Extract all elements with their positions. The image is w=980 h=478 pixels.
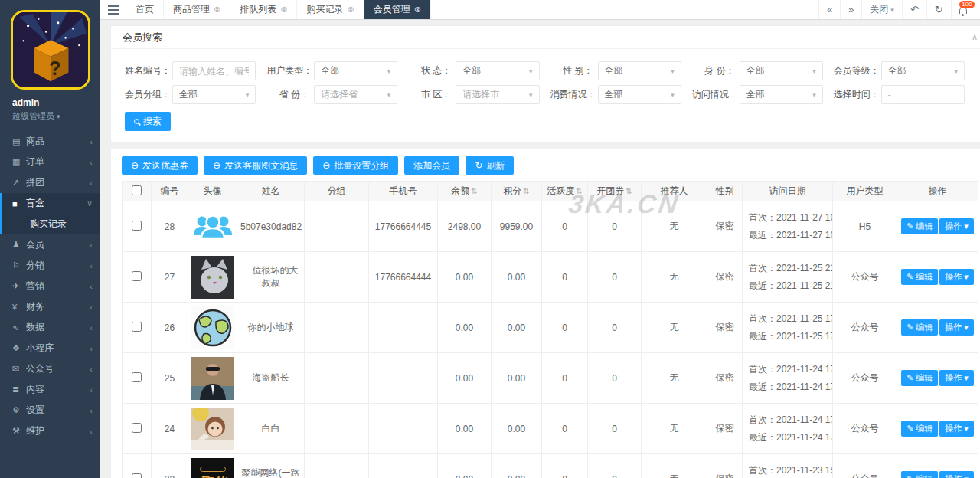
close-tabs-button[interactable]: 关闭▾ <box>861 0 902 19</box>
user-role-dropdown[interactable]: 超级管理员 ▾ <box>12 110 100 122</box>
edit-button[interactable]: ✎编辑 <box>901 319 938 336</box>
scroll-tabs-left-icon[interactable]: « <box>818 0 840 19</box>
sidebar-item-订单[interactable]: ▦订单‹ <box>0 152 100 172</box>
column-header-balance[interactable]: 余额⇅ <box>438 182 492 201</box>
row-checkbox[interactable] <box>132 221 142 231</box>
sidebar-group-营销: ✈营销‹ <box>0 276 100 296</box>
scroll-tabs-right-icon[interactable]: » <box>840 0 861 19</box>
phone-cell <box>369 454 438 478</box>
row-checkbox[interactable] <box>132 473 142 478</box>
coupon-cell: 0 <box>588 454 642 478</box>
tab-排队列表[interactable]: 排队列表⊗ <box>230 0 297 19</box>
select-dropdown[interactable]: 全部▾ <box>456 61 539 80</box>
sidebar-item-内容[interactable]: ≣内容‹ <box>0 379 100 400</box>
add-member-button[interactable]: 添加会员 <box>404 156 459 175</box>
more-actions-button[interactable]: 操作 ▾ <box>939 218 974 234</box>
tab-close-icon[interactable]: ⊗ <box>414 5 421 15</box>
tab-购买记录[interactable]: 购买记录⊗ <box>297 0 364 19</box>
sidebar-item-设置[interactable]: ⚙设置‹ <box>0 400 100 421</box>
chevron-down-icon: ▾ <box>964 474 969 478</box>
coupon-cell: 0 <box>588 201 642 252</box>
batch-set-group-button[interactable]: ⊖批量设置分组 <box>313 156 398 175</box>
hamburger-menu-icon[interactable] <box>100 0 126 19</box>
select-dropdown[interactable]: 全部▾ <box>881 61 965 80</box>
text-input[interactable] <box>888 90 958 100</box>
gender-cell: 保密 <box>707 353 743 404</box>
sidebar-subitem-购买记录[interactable]: 购买记录 <box>2 214 100 234</box>
tab-首页[interactable]: 首页 <box>126 0 164 19</box>
send-coupon-button[interactable]: ⊖发送优惠券 <box>122 156 198 175</box>
sidebar-item-盲盒[interactable]: ■盲盒∨ <box>2 193 100 214</box>
group-cell <box>305 252 369 303</box>
group-cell <box>305 353 369 404</box>
user_type-cell: H5 <box>833 201 897 252</box>
sidebar-item-维护[interactable]: ⚒维护‹ <box>0 421 100 441</box>
sidebar-item-财务[interactable]: ¥财务‹ <box>0 296 100 317</box>
edit-button[interactable]: ✎编辑 <box>901 471 938 478</box>
tab-close-icon[interactable]: ⊗ <box>347 5 354 15</box>
search-button[interactable]: 搜索 <box>125 112 171 131</box>
sidebar-item-营销[interactable]: ✈营销‹ <box>0 276 100 296</box>
sidebar-item-商品[interactable]: ▤商品‹ <box>0 131 100 152</box>
select-all-checkbox[interactable] <box>132 185 142 195</box>
edit-button[interactable]: ✎编辑 <box>901 218 938 234</box>
text-input[interactable] <box>179 66 249 77</box>
sidebar-item-拼团[interactable]: ↗拼团‹ <box>0 172 100 193</box>
row-checkbox[interactable] <box>132 271 142 281</box>
tab-会员管理[interactable]: 会员管理⊗ <box>364 0 431 19</box>
sidebar-group-订单: ▦订单‹ <box>0 152 100 172</box>
select-dropdown[interactable]: 全部▾ <box>740 61 823 80</box>
refresh-page-icon[interactable]: ↻ <box>926 0 951 19</box>
sort-icon[interactable]: ⇅ <box>576 187 582 195</box>
sort-icon[interactable]: ⇅ <box>523 187 529 195</box>
select-all-header[interactable] <box>122 182 152 201</box>
collapse-card-icon[interactable]: ∧ <box>972 32 978 42</box>
select-dropdown[interactable]: 全部▾ <box>598 61 681 80</box>
edit-button[interactable]: ✎编辑 <box>901 370 938 386</box>
message-panel-icon[interactable]: ▤ <box>975 0 980 19</box>
chevron-down-icon: ▾ <box>964 424 969 434</box>
sidebar-group-商品: ▤商品‹ <box>0 131 100 152</box>
row-checkbox[interactable] <box>132 372 142 382</box>
tab-close-icon[interactable]: ⊗ <box>280 5 287 15</box>
sidebar-item-小程序[interactable]: ❖小程序‹ <box>0 338 100 358</box>
sort-icon[interactable]: ⇅ <box>471 187 477 195</box>
chevron-left-icon: ‹ <box>90 261 93 270</box>
tab-close-icon[interactable]: ⊗ <box>214 5 220 15</box>
select-dropdown[interactable]: 全部▾ <box>314 61 397 80</box>
sidebar-item-分销[interactable]: ⚐分销‹ <box>0 255 100 276</box>
column-header-coupon[interactable]: 开团券⇅ <box>588 182 642 201</box>
edit-button[interactable]: ✎编辑 <box>901 269 938 285</box>
select-dropdown[interactable]: 全部▾ <box>598 85 681 104</box>
select-dropdown[interactable]: 请选择市▾ <box>456 85 539 104</box>
sidebar-item-数据[interactable]: ∿数据‹ <box>0 317 100 338</box>
select-dropdown[interactable]: 请选择省▾ <box>314 85 397 104</box>
more-actions-button[interactable]: 操作 ▾ <box>939 269 974 285</box>
more-actions-button[interactable]: 操作 ▾ <box>939 471 974 478</box>
edit-button[interactable]: ✎编辑 <box>901 421 938 437</box>
notifications-icon[interactable]: 100 <box>951 0 975 19</box>
sort-icon[interactable]: ⇅ <box>626 187 632 195</box>
refresh-icon: ↻ <box>475 160 482 171</box>
sidebar-group-设置: ⚙设置‹ <box>0 400 100 421</box>
gender-cell: 保密 <box>707 454 743 478</box>
row-checkbox[interactable] <box>132 423 142 433</box>
sidebar-user-block: admin 超级管理员 ▾ <box>0 90 100 122</box>
row-checkbox[interactable] <box>132 322 142 332</box>
select-dropdown[interactable]: 全部▾ <box>740 85 823 104</box>
more-actions-button[interactable]: 操作 ▾ <box>939 421 974 437</box>
column-header-points[interactable]: 积分⇅ <box>492 182 542 201</box>
more-actions-button[interactable]: 操作 ▾ <box>939 319 974 336</box>
sidebar-item-会员[interactable]: ♟会员‹ <box>0 234 100 255</box>
send-service-message-button[interactable]: ⊖发送客服图文消息 <box>204 156 307 175</box>
more-actions-button[interactable]: 操作 ▾ <box>939 370 974 386</box>
edit-pencil-icon: ✎ <box>906 424 913 434</box>
column-header-activity[interactable]: 活跃度⇅ <box>542 182 588 201</box>
tab-商品管理[interactable]: 商品管理⊗ <box>164 0 230 19</box>
admin-avatar[interactable]: ? <box>11 10 90 90</box>
sidebar-item-公众号[interactable]: ✉公众号‹ <box>0 358 100 379</box>
select-dropdown[interactable]: 全部▾ <box>172 85 256 104</box>
points-cell: 0.00 <box>492 404 542 454</box>
back-icon[interactable]: ↶ <box>902 0 926 19</box>
refresh-list-button[interactable]: ↻刷新 <box>466 156 514 175</box>
